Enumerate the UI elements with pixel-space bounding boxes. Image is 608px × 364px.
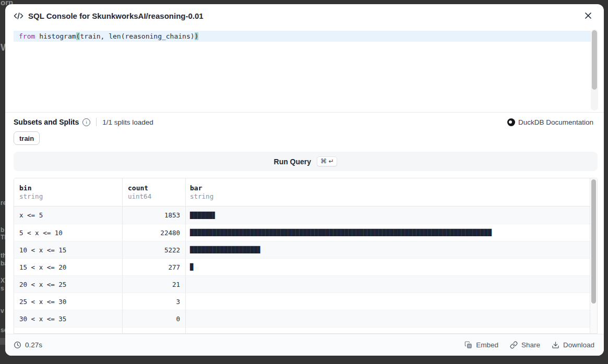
editor-scrollbar[interactable] [591,29,598,111]
cell-bar [186,293,597,310]
footer-actions: Embed Share Download [464,341,594,349]
cell-bin: 30 < x <= 35 [14,310,123,327]
duckdb-logo-icon [507,118,515,126]
cell-bar [186,310,597,327]
table-scrollbar-thumb[interactable] [591,179,596,304]
table-row: x <= 51853██████▋ [14,207,597,224]
cell-bar: ██████▋ [186,207,597,224]
cell-bin: 25 < x <= 30 [14,293,123,310]
cell-count: 0 [123,327,186,334]
code-icon [14,12,23,20]
cell-count: 21 [123,276,186,293]
download-icon [552,341,559,349]
code-token-plain: train, len(reasoning_chains) [80,32,194,40]
run-query-label: Run Query [274,157,312,166]
close-icon[interactable] [581,8,595,23]
code-token-kw: from [19,32,35,40]
column-name: bar [190,184,202,192]
divider [96,118,97,126]
cell-count: 3 [123,293,186,310]
cell-bar: ████████████████████████████████████████… [186,224,597,241]
share-link-icon [510,341,518,349]
table-row: 30 < x <= 350 [14,310,597,327]
split-badge-train[interactable]: train [14,131,40,145]
column-header-bar: bar string [186,178,597,206]
download-label: Download [563,341,594,349]
download-button[interactable]: Download [552,341,594,349]
code-token-plain: histogram [35,32,76,40]
background-band [0,338,5,345]
embed-label: Embed [476,341,498,349]
cell-bin: 20 < x <= 25 [14,276,123,293]
cell-bin: 10 < x <= 15 [14,241,123,258]
cell-bin: 35 < x <= 40 [14,327,123,334]
column-header-bin: bin string [14,178,123,206]
cell-bar [186,276,597,293]
modal-title: SQL Console for SkunkworksAI/reasoning-0… [28,11,204,20]
table-row: 20 < x <= 2521 [14,275,597,293]
subsets-label: Subsets and Splits [14,118,79,126]
cell-bar: ██████████████████▋ [186,241,597,258]
embed-copy-icon [464,341,472,349]
background-text-fragment: b [1,226,4,234]
background-text-fragment: v [1,307,4,314]
table-body: x <= 51853██████▋5 < x <= 1022480███████… [14,207,597,334]
modal-header: SQL Console for SkunkworksAI/reasoning-0… [5,4,604,27]
cell-bin: x <= 5 [14,207,123,224]
share-label: Share [521,341,540,349]
keyboard-shortcut-badge: ⌘ ↵ [317,156,337,166]
table-row: 10 < x <= 155222██████████████████▋ [14,241,597,258]
duration-text: 0.27s [25,341,42,349]
code-token-bracket: ) [195,32,199,40]
column-name: bin [19,184,31,192]
sql-code-line[interactable]: from histogram(train, len(reasoning_chai… [14,31,591,42]
table-row: 5 < x <= 1022480████████████████████████… [14,224,597,241]
cell-count: 1853 [123,207,186,224]
background-text-fragment: s [1,285,4,292]
sql-console-modal: SQL Console for SkunkworksAI/reasoning-0… [5,4,604,356]
cell-bar: ▉ [186,259,597,275]
column-type: uint64 [128,192,151,201]
table-header-row: bin string count uint64 bar string [14,178,597,207]
duckdb-doc-link[interactable]: DuckDB Documentation [507,118,593,126]
info-icon[interactable]: i [82,118,90,126]
run-query-button[interactable]: Run Query ⌘ ↵ [14,152,598,171]
column-name: count [128,184,148,192]
clock-icon [14,341,21,349]
cell-bin: 15 < x <= 20 [14,259,123,275]
table-row: 35 < x <= 400 [14,327,597,334]
column-header-count: count uint64 [123,178,186,206]
cell-bin: 5 < x <= 10 [14,224,123,241]
editor-scrollbar-thumb[interactable] [592,30,597,90]
splits-loaded-text: 1/1 splits loaded [102,118,153,126]
results-table: bin string count uint64 bar string x <= … [14,178,598,334]
embed-button[interactable]: Embed [464,341,498,349]
column-type: string [19,192,43,201]
code-token-bracket: ( [76,32,80,40]
cell-bar [186,327,597,334]
cell-count: 5222 [123,241,186,258]
cell-count: 22480 [123,224,186,241]
query-duration: 0.27s [14,341,42,349]
table-scrollbar[interactable] [590,178,597,333]
cell-count: 0 [123,310,186,327]
column-type: string [190,192,213,201]
modal-footer: 0.27s Embed Share [5,334,604,356]
share-button[interactable]: Share [510,341,540,349]
subsets-row: Subsets and Splits i 1/1 splits loaded D… [14,116,593,128]
table-row: 15 < x <= 20277▉ [14,258,597,275]
duckdb-doc-label: DuckDB Documentation [518,118,593,126]
cell-count: 277 [123,259,186,275]
sql-editor[interactable]: from histogram(train, len(reasoning_chai… [5,27,604,113]
table-row: 25 < x <= 303 [14,293,597,310]
